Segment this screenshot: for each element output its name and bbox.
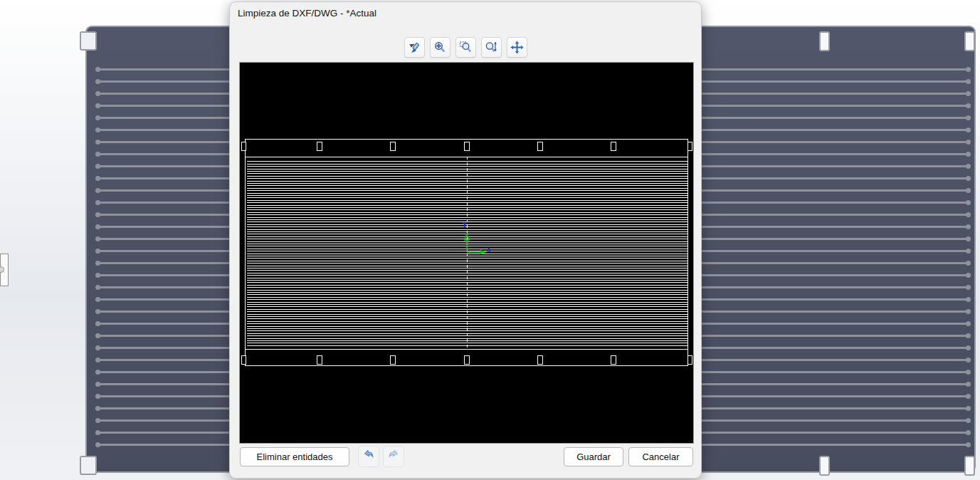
cancel-button[interactable]: Cancelar	[628, 447, 693, 466]
clipped-side-control[interactable]	[0, 254, 9, 286]
zoom-to-area-button[interactable]	[455, 37, 476, 58]
axis-x-label: X	[487, 246, 490, 254]
pan-button[interactable]	[507, 37, 527, 58]
remove-entities-button[interactable]: Eliminar entidades	[240, 447, 349, 466]
zoom-to-fit-button[interactable]	[430, 37, 451, 58]
dialog-footer: Eliminar entidades	[230, 446, 701, 467]
drawing-slot	[390, 142, 396, 151]
dialog-title: Limpieza de DXF/DWG - *Actual	[238, 8, 376, 19]
drawing-slot	[611, 355, 616, 365]
part-edge-notch-top-left	[80, 31, 97, 51]
drawing-slot	[317, 142, 322, 151]
preview-canvas[interactable]: Y X	[239, 62, 694, 444]
dxf-dwg-cleanup-dialog: Limpieza de DXF/DWG - *Actual	[229, 1, 702, 479]
part-slot-bottom-right	[964, 456, 975, 476]
drawing-slot	[317, 355, 322, 365]
part-slot-bottom-inner	[819, 456, 830, 476]
application-viewport: Limpieza de DXF/DWG - *Actual	[0, 0, 980, 480]
zoom-to-area-icon	[459, 41, 473, 54]
view-toolbar	[230, 37, 701, 58]
part-slot-top-right	[964, 31, 975, 51]
save-button[interactable]: Guardar	[564, 447, 623, 466]
zoom-in-out-button[interactable]	[481, 37, 502, 58]
zoom-in-out-icon	[485, 41, 498, 54]
part-slot-top-inner	[819, 31, 830, 51]
drawing-notch-bottom-right	[687, 355, 692, 365]
redo-icon	[387, 449, 400, 464]
dialog-titlebar[interactable]: Limpieza de DXF/DWG - *Actual	[230, 2, 701, 25]
part-edge-notch-bottom-left	[80, 456, 97, 475]
select-entities-icon	[408, 41, 421, 54]
drawing-notch-top-left	[241, 142, 246, 151]
pan-icon	[510, 41, 524, 54]
drawing-notch-bottom-left	[241, 355, 246, 365]
undo-button[interactable]	[358, 446, 379, 467]
drawing-slot	[611, 142, 616, 151]
drawing-slot	[537, 355, 543, 365]
undo-icon	[362, 449, 375, 464]
drawing-slot	[390, 355, 396, 365]
redo-button[interactable]	[383, 446, 404, 467]
drawing-notch-top-right	[687, 142, 692, 151]
drawing-slot	[464, 355, 470, 365]
side-control-knob-icon	[0, 266, 4, 273]
zoom-to-fit-icon	[433, 41, 447, 54]
select-entities-button[interactable]	[404, 37, 425, 58]
drawing-slot	[537, 142, 543, 151]
axis-y-label: Y	[463, 221, 466, 229]
drawing-slot	[464, 142, 470, 151]
